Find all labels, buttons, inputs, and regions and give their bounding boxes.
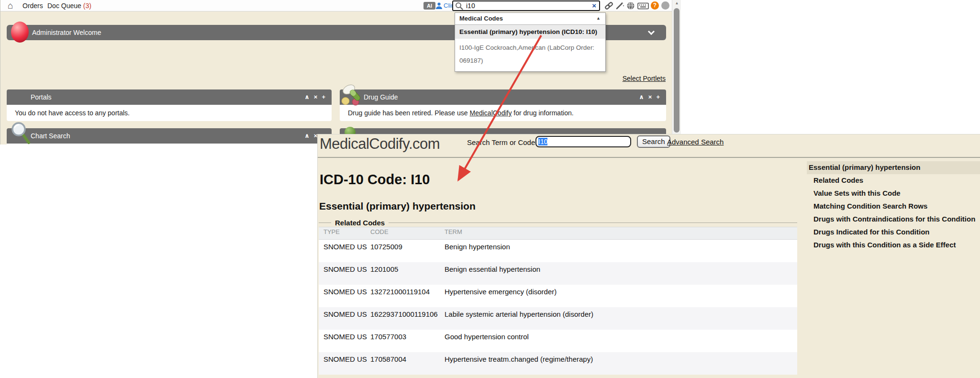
related-codes-section: Related Codes TYPE CODE TERM SNOMED US 1… xyxy=(319,219,797,375)
medicalcodify-link[interactable]: MedicalCodify xyxy=(470,109,512,117)
cell-term: Labile systemic arterial hypertension (d… xyxy=(445,307,797,330)
drug-guide-text: for drug information. xyxy=(512,109,573,117)
close-icon[interactable]: × xyxy=(314,93,318,100)
table-row[interactable]: SNOMED US 132721000119104 Hypertensive e… xyxy=(319,285,797,307)
sidebar-link[interactable]: Essential (primary) hypertension xyxy=(807,161,980,174)
cell-type: SNOMED US xyxy=(319,330,370,352)
search-suggestions-dropdown: Medical Codes ▲ Essential (primary) hype… xyxy=(455,12,606,72)
global-search-value: i10 xyxy=(466,2,475,10)
cell-code: 16229371000119106 xyxy=(370,307,445,330)
dropdown-group-title: Medical Codes xyxy=(459,15,503,22)
search-button[interactable]: Search xyxy=(637,135,670,148)
search-icon xyxy=(455,2,463,12)
portlet-portals-title: Portals xyxy=(31,89,52,105)
wand-icon[interactable] xyxy=(615,1,624,12)
drug-guide-text: Drug guide has been retired. Please use xyxy=(348,109,470,117)
condition-sidebar: Essential (primary) hypertension Related… xyxy=(807,161,980,252)
link-icon[interactable] xyxy=(604,1,613,12)
global-search-input[interactable]: i10 × xyxy=(452,0,600,11)
cell-term: Benign essential hypertension xyxy=(445,262,797,285)
portlet-drug-guide-header[interactable]: Drug Guide ∧×+ xyxy=(340,89,666,105)
ehr-toolbar: ⌂ Orders Doc Queue (3) AI Clin i10 × xyxy=(0,0,672,11)
search-term-label: Search Term or Code: xyxy=(467,138,537,146)
suggestion-item-selected[interactable]: Essential (primary) hypertension (ICD10:… xyxy=(455,25,605,39)
menu-doc-queue[interactable]: Doc Queue (3) xyxy=(47,0,91,11)
cell-term: Hypertensive treatm.changed (regime/ther… xyxy=(445,352,797,375)
portlet-chart-search-header[interactable]: Chart Search ∧×+ xyxy=(7,128,332,144)
table-row[interactable]: SNOMED US 170577003 Good hypertension co… xyxy=(319,330,797,352)
divider xyxy=(318,157,980,158)
welcome-banner-title: Administrator Welcome xyxy=(32,25,101,40)
cell-type: SNOMED US xyxy=(319,240,370,262)
home-icon[interactable]: ⌂ xyxy=(8,0,13,11)
pills-icon xyxy=(341,84,364,108)
close-icon[interactable]: × xyxy=(648,93,652,100)
cell-term: Benign hypertension xyxy=(445,240,797,262)
medicalcodify-logo[interactable]: MedicalCodify.com xyxy=(320,135,440,153)
cell-term: Good hypertension control xyxy=(445,330,797,352)
vertical-scrollbar[interactable]: ▲ xyxy=(672,0,681,134)
table-row[interactable]: SNOMED US 1201005 Benign essential hyper… xyxy=(319,262,797,285)
advanced-search-link[interactable]: Advanced Search xyxy=(667,138,724,146)
cell-code: 170587004 xyxy=(370,352,445,375)
sidebar-link[interactable]: Matching Condition Search Rows xyxy=(807,200,980,213)
table-row[interactable]: SNOMED US 10725009 Benign hypertension xyxy=(319,240,797,262)
status-circle-icon[interactable] xyxy=(661,1,669,10)
sidebar-link[interactable]: Related Codes xyxy=(807,174,980,187)
dropdown-group-header[interactable]: Medical Codes ▲ xyxy=(455,13,605,25)
col-term: TERM xyxy=(445,227,797,240)
screen: ⌂ Orders Doc Queue (3) AI Clin i10 × xyxy=(0,0,980,378)
admin-ball-icon xyxy=(11,22,29,43)
cell-code: 170577003 xyxy=(370,330,445,352)
cell-type: SNOMED US xyxy=(319,307,370,330)
code-search-input[interactable]: I10 xyxy=(535,136,631,147)
user-link[interactable]: Clin xyxy=(444,2,453,10)
search-clear-icon[interactable]: × xyxy=(592,1,596,10)
portlet-chart-search-body xyxy=(7,144,332,163)
cell-term: Hypertensive emergency (disorder) xyxy=(445,285,797,307)
doc-queue-label: Doc Queue xyxy=(47,2,81,10)
cell-type: SNOMED US xyxy=(319,352,370,375)
collapse-triangle-icon[interactable]: ▲ xyxy=(596,16,601,21)
table-row[interactable]: SNOMED US 170587004 Hypertensive treatm.… xyxy=(319,352,797,375)
portlet-portals: Portals ∧×+ You do not have access to an… xyxy=(7,89,332,121)
scrollbar-thumb[interactable] xyxy=(674,8,679,133)
keyboard-icon[interactable] xyxy=(637,1,649,12)
portlet-portals-body: You do not have access to any portals. xyxy=(7,105,332,121)
related-codes-legend: Related Codes xyxy=(331,219,389,227)
collapse-icon[interactable]: ∧ xyxy=(304,132,310,139)
menu-orders[interactable]: Orders xyxy=(22,0,43,11)
move-icon[interactable]: + xyxy=(322,93,325,100)
portlet-chart-search: Chart Search ∧×+ xyxy=(7,128,332,163)
col-type: TYPE xyxy=(319,227,370,240)
medicalcodify-panel: MedicalCodify.com Search Term or Code: I… xyxy=(317,134,980,378)
sidebar-link[interactable]: Value Sets with this Code xyxy=(807,187,980,200)
globe-icon[interactable] xyxy=(626,1,635,12)
help-icon[interactable]: ? xyxy=(651,1,659,10)
portlet-portals-header[interactable]: Portals ∧×+ xyxy=(7,89,332,105)
move-icon[interactable]: + xyxy=(656,93,660,100)
col-code: CODE xyxy=(370,227,445,240)
suggestion-item[interactable]: I100-IgE Cockroach,American (LabCorp Ord… xyxy=(455,39,605,71)
cell-code: 10725009 xyxy=(370,240,445,262)
collapse-icon[interactable]: ∧ xyxy=(304,93,310,100)
select-portlets-link[interactable]: Select Portlets xyxy=(594,75,666,82)
magnifier-icon xyxy=(10,122,32,146)
chevron-down-icon[interactable] xyxy=(648,28,655,35)
table-body: SNOMED US 10725009 Benign hypertension S… xyxy=(319,240,797,375)
user-icon xyxy=(435,2,443,11)
collapse-icon[interactable]: ∧ xyxy=(639,93,644,100)
sidebar-link[interactable]: Drugs Indicated for this Condition xyxy=(807,226,980,239)
condition-subheading: Essential (primary) hypertension xyxy=(319,200,476,212)
cell-code: 1201005 xyxy=(370,262,445,285)
related-codes-table: TYPE CODE TERM SNOMED US 10725009 Benign… xyxy=(319,227,797,375)
portlet-drug-guide: Drug Guide ∧×+ Drug guide has been retir… xyxy=(340,89,666,121)
ai-badge[interactable]: AI xyxy=(423,2,435,10)
sidebar-link[interactable]: Drugs with Contraindications for this Co… xyxy=(807,213,980,226)
cell-type: SNOMED US xyxy=(319,262,370,285)
sidebar-link[interactable]: Drugs with this Condition as a Side Effe… xyxy=(807,239,980,252)
scrollbar-up-icon[interactable]: ▲ xyxy=(672,1,681,5)
table-row[interactable]: SNOMED US 16229371000119106 Labile syste… xyxy=(319,307,797,330)
portlet-drug-guide-title: Drug Guide xyxy=(364,89,398,105)
portlet-drug-guide-body: Drug guide has been retired. Please use … xyxy=(340,105,666,121)
